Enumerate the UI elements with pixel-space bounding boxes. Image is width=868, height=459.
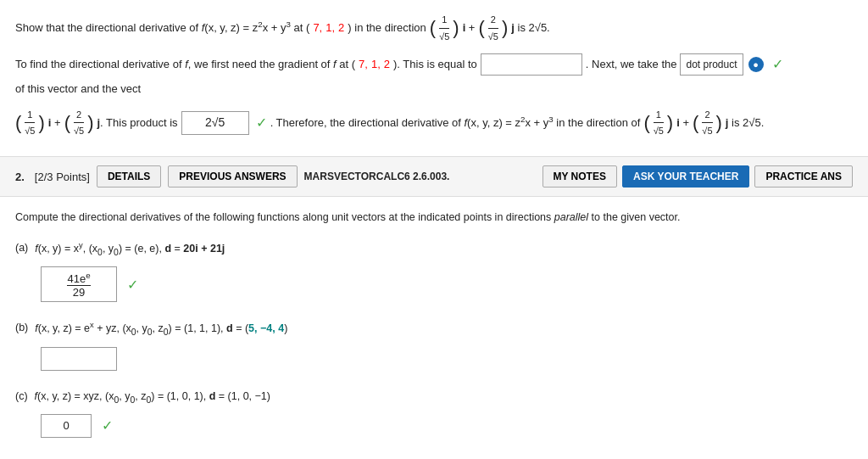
problem-line-2: To find the directional derivative of f,…: [15, 53, 853, 98]
top-section: Show that the directional derivative of …: [0, 0, 868, 157]
answer-row-c: 0 ✓: [41, 414, 853, 438]
sub-problem-b: (b) f(x, y, z) = ex + yz, (x0, y0, z0) =…: [15, 319, 853, 370]
section-header: 2. [2/3 Points] DETAILS PREVIOUS ANSWERS…: [0, 157, 868, 197]
line3-frac1: ( 1√5 ): [15, 107, 45, 139]
point2: 1,: [326, 19, 335, 37]
line2-text4: of this vector and the vect: [15, 80, 141, 98]
show-text: Show that the directional derivative of …: [15, 18, 309, 37]
line2-p2: 1,: [371, 55, 381, 74]
line2-p1: 7,: [359, 55, 368, 74]
sub-label-a: (a) f(x, y) = xy, (x0, y0) = (e, e), d =…: [15, 239, 853, 260]
line3-frac3: ( 1√5 ): [643, 107, 673, 139]
line2-text1: To find the directional derivative of f,…: [15, 55, 355, 74]
line3-j2: j is 2√5.: [726, 114, 764, 132]
answer-box-b[interactable]: [41, 347, 117, 371]
check-c: ✓: [102, 417, 113, 434]
main-content: Compute the directional derivatives of t…: [0, 197, 868, 459]
ask-teacher-button[interactable]: ASK YOUR TEACHER: [622, 165, 749, 188]
direction-text: ) in the direction: [348, 19, 426, 37]
direction-frac2: ( 2√5 ): [478, 12, 508, 44]
answer-row-b: [41, 347, 853, 371]
direction-frac1: ( 1√5 ): [430, 12, 459, 44]
point1: 7,: [313, 19, 322, 37]
line2-text3: . Next, we take the: [586, 55, 677, 74]
problem-description: Compute the directional derivatives of t…: [15, 209, 853, 226]
sub-label-c: (c) f(x, y, z) = xyz, (x0, y0, z0) = (1,…: [15, 388, 853, 407]
check2: ✓: [772, 53, 783, 76]
answer-box-c[interactable]: 0: [41, 414, 92, 438]
check-a: ✓: [127, 277, 138, 293]
problem-title: MARSVECTORCALC6 2.6.003.: [304, 171, 536, 182]
details-button[interactable]: DETAILS: [97, 165, 161, 188]
i-unit: i +: [463, 19, 476, 37]
answer-c-value: 0: [63, 419, 69, 432]
right-buttons: MY NOTES ASK YOUR TEACHER PRACTICE ANS: [542, 165, 854, 188]
problem-line-1: Show that the directional derivative of …: [15, 12, 853, 44]
line2-p3: 2: [384, 55, 390, 74]
answer-a-numerator: 41ee: [67, 271, 90, 285]
line3-frac2: ( 2√5 ): [64, 107, 94, 139]
line3-frac4: ( 2√5 ): [693, 107, 722, 139]
answer-row-a: 41ee 29 ✓: [41, 266, 853, 302]
sub-a-letter: (a): [15, 239, 28, 256]
section-points: [2/3 Points]: [35, 171, 90, 183]
point3: 2: [338, 19, 344, 37]
problem-line-3: ( 1√5 ) i + ( 2√5 ) j. This product is 2…: [15, 107, 853, 139]
sub-c-func: f(x, y, z) = xyz, (x0, y0, z0) = (1, 0, …: [35, 388, 270, 407]
info-icon: ●: [748, 57, 764, 72]
check3: ✓: [256, 111, 267, 134]
product-value[interactable]: 2√5: [181, 111, 249, 135]
line3-i2: i +: [676, 114, 689, 132]
sub-problem-c: (c) f(x, y, z) = xyz, (x0, y0, z0) = (1,…: [15, 388, 853, 438]
gradient-input[interactable]: [481, 53, 582, 76]
line2-text2: ). This is equal to: [393, 55, 477, 74]
my-notes-button[interactable]: MY NOTES: [542, 165, 617, 188]
section-num: 2.: [15, 171, 25, 183]
practice-button[interactable]: PRACTICE ANS: [754, 165, 853, 188]
sub-a-func: f(x, y) = xy, (x0, y0) = (e, e), d = 20i…: [35, 239, 225, 260]
line3-conclusion: . Therefore, the directional derivative …: [270, 113, 641, 132]
j-unit: j is 2√5.: [511, 19, 549, 37]
sub-b-letter: (b): [15, 319, 28, 336]
sub-problem-a: (a) f(x, y) = xy, (x0, y0) = (e, e), d =…: [15, 239, 853, 302]
sub-c-letter: (c): [15, 388, 28, 405]
previous-answers-button[interactable]: PREVIOUS ANSWERS: [168, 165, 297, 188]
dot-product-dropdown[interactable]: dot product: [680, 53, 743, 76]
answer-a-denominator: 29: [67, 285, 90, 299]
answer-box-a[interactable]: 41ee 29: [41, 266, 117, 302]
line3-j: j. This product is: [97, 114, 177, 132]
sub-label-b: (b) f(x, y, z) = ex + yz, (x0, y0, z0) =…: [15, 319, 853, 339]
line3-i: i +: [48, 114, 61, 132]
sub-b-func: f(x, y, z) = ex + yz, (x0, y0, z0) = (1,…: [35, 319, 287, 339]
